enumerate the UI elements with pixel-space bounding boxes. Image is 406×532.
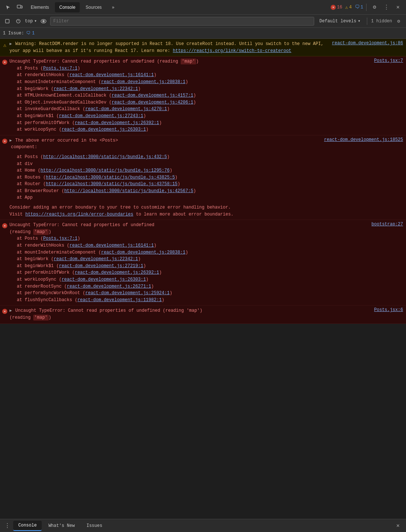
- svg-rect-2: [5, 19, 9, 23]
- error1-link-cc[interactable]: react-dom.development.js:4157:1: [112, 93, 193, 98]
- error2-link-routes[interactable]: http://localhost:3000/static/js/bundle.j…: [46, 175, 175, 180]
- error2-link-br[interactable]: http://localhost:3000/static/js/bundle.j…: [64, 188, 193, 194]
- error3-circle-icon: ✕: [2, 223, 7, 228]
- error1-link-bw1[interactable]: react-dom.development.js:27243:1: [59, 113, 143, 119]
- levels-dropdown[interactable]: Default levels ▾: [316, 17, 363, 25]
- issue-count: 1: [32, 31, 35, 36]
- warn-badge[interactable]: ⚠ 4: [345, 4, 352, 10]
- bottom-close-icon[interactable]: ✕: [393, 521, 403, 531]
- error1-link-puow[interactable]: react-dom.development.js:26392:1: [75, 120, 159, 125]
- error2-link-home[interactable]: http://localhost:3000/static/js/bundle.j…: [41, 168, 170, 173]
- error3-link-fsc[interactable]: react-dom.development.js:11982:1: [78, 297, 162, 303]
- top-bar: Elements Console Sources » ✕ 16 ⚠ 4 🗨 1 …: [0, 0, 406, 15]
- filter-input[interactable]: [50, 17, 314, 26]
- context-selector[interactable]: top ▾: [25, 18, 37, 24]
- error2-link-boundary[interactable]: https://reactjs.org/link/error-boundarie…: [25, 212, 133, 217]
- svg-point-6: [42, 20, 44, 22]
- info-icon: 🗨: [355, 4, 360, 10]
- bottom-tab-console[interactable]: Console: [13, 521, 42, 531]
- error4-message: ▶ Uncaught TypeError: Cannot read proper…: [9, 306, 371, 322]
- hidden-count: 1 hidden: [371, 19, 392, 24]
- tab-sources[interactable]: Sources: [81, 2, 106, 12]
- context-label: top: [25, 19, 33, 24]
- error3-link-rwh[interactable]: react-dom.development.js:16141:1: [69, 243, 154, 248]
- bottom-tab-issues[interactable]: Issues: [81, 521, 107, 531]
- error1-icon-col: ✕: [0, 57, 9, 65]
- expand-arrow[interactable]: ▶: [10, 42, 12, 46]
- error3-link-posts[interactable]: Posts.jsx:7:1: [43, 236, 78, 241]
- svg-rect-1: [21, 6, 22, 8]
- error1-circle-icon: ✕: [2, 60, 7, 65]
- error-icon: ✕: [331, 5, 336, 10]
- log-entry-error3: ✕ Uncaught TypeError: Cannot read proper…: [0, 220, 406, 306]
- error3-link-bw1[interactable]: react-dom.development.js:27219:1: [59, 263, 143, 269]
- badge-group: ✕ 16 ⚠ 4 🗨 1: [331, 4, 363, 10]
- log-entry-error2: ✕ ▶ The above error occurred in the <Pos…: [0, 135, 406, 220]
- close-devtools-icon[interactable]: ✕: [393, 2, 403, 12]
- device-icon[interactable]: [15, 2, 25, 12]
- divider: [366, 4, 366, 11]
- cursor-icon[interactable]: [3, 2, 13, 12]
- settings-gear-icon[interactable]: ⚙: [369, 2, 380, 12]
- execute-icon[interactable]: [3, 17, 12, 26]
- error1-link-mic[interactable]: react-dom.development.js:20838:1: [101, 79, 185, 85]
- issue-badge[interactable]: 🗨 1: [26, 30, 35, 36]
- tab-console[interactable]: Console: [55, 2, 80, 12]
- error3-link-mic[interactable]: react-dom.development.js:20838:1: [101, 250, 185, 255]
- error1-link-bw[interactable]: react-dom.development.js:22342:1: [54, 86, 138, 91]
- error2-link-posts[interactable]: http://localhost:3000/static/js/bundle.j…: [43, 154, 167, 160]
- warning-icon-col: ⚠: [0, 40, 9, 48]
- error3-link-puow[interactable]: react-dom.development.js:26392:1: [75, 270, 159, 275]
- warning-source[interactable]: react-dom.development.js:86: [329, 40, 406, 47]
- chevron-down-icon: ▾: [34, 18, 37, 24]
- error1-link-wls[interactable]: react-dom.development.js:26303:1: [61, 127, 146, 132]
- error3-link-pswr[interactable]: react-dom.development.js:25924:1: [85, 291, 169, 296]
- error-badge[interactable]: ✕ 16: [331, 5, 342, 10]
- error2-circle-icon: ✕: [2, 139, 7, 144]
- error1-link-igcd[interactable]: react-dom.development.js:4206:1: [112, 100, 193, 105]
- error2-link-router[interactable]: http://localhost:3000/static/js/bundle.j…: [46, 181, 177, 187]
- expand-arrow2[interactable]: ▶: [10, 138, 12, 143]
- error1-link-posts[interactable]: Posts.jsx:7:1: [43, 66, 78, 71]
- warning-message: ▶ Warning: ReactDOM.render is no longer …: [9, 40, 329, 55]
- tab-more[interactable]: »: [108, 2, 119, 12]
- tab-elements[interactable]: Elements: [26, 2, 53, 12]
- error1-link-rwh[interactable]: react-dom.development.js:16141:1: [69, 72, 154, 78]
- bottom-more-icon[interactable]: ⋮: [3, 521, 12, 530]
- error3-link-rrs[interactable]: react-dom.development.js:26271:1: [67, 284, 151, 289]
- error1-message: Uncaught TypeError: Cannot read properti…: [9, 57, 371, 134]
- expand-arrow4[interactable]: ▶: [10, 308, 12, 313]
- chevron-down-icon: ▾: [358, 18, 360, 24]
- error2-message: ▶ The above error occurred in the <Posts…: [9, 136, 321, 219]
- log-entry-error1: ✕ Uncaught TypeError: Cannot read proper…: [0, 56, 406, 135]
- console-toolbar: top ▾ Default levels ▾ 1 hidden ⚙: [0, 15, 406, 28]
- console-output[interactable]: ⚠ ▶ Warning: ReactDOM.render is no longe…: [0, 39, 406, 519]
- error2-source[interactable]: react-dom.development.js:18525: [321, 136, 406, 143]
- bottom-bar: ⋮ Console What's New Issues ✕: [0, 519, 406, 532]
- error3-source[interactable]: bootstrap:27: [369, 221, 406, 228]
- stop-icon[interactable]: [14, 17, 23, 26]
- log-entry-warning: ⚠ ▶ Warning: ReactDOM.render is no longe…: [0, 39, 406, 56]
- error4-source[interactable]: Posts.jsx:6: [371, 306, 406, 314]
- error1-link-igc[interactable]: react-dom.development.js:4270:1: [85, 106, 167, 112]
- error4-circle-icon: ✕: [2, 309, 7, 314]
- error1-source[interactable]: Posts.jsx:7: [371, 57, 406, 64]
- issue-chat-icon: 🗨: [26, 30, 31, 36]
- issue-bar: 1 Issue: 🗨 1: [0, 28, 406, 39]
- issue-label: 1 Issue:: [3, 31, 24, 36]
- error3-link-wls[interactable]: react-dom.development.js:26303:1: [61, 277, 146, 282]
- error4-icon-col: ✕: [0, 306, 9, 314]
- info-badge[interactable]: 🗨 1: [355, 4, 363, 10]
- warning-link[interactable]: https://reactjs.org/link/switch-to-creat…: [173, 48, 291, 53]
- bottom-tab-whatsnew[interactable]: What's New: [43, 521, 80, 531]
- error3-icon-col: ✕: [0, 221, 9, 228]
- warn-icon: ⚠: [345, 4, 348, 10]
- hidden-settings-icon[interactable]: ⚙: [394, 17, 403, 26]
- svg-rect-0: [17, 5, 21, 8]
- warning-circle-icon: ⚠: [3, 42, 6, 48]
- error2-icon-col: ✕: [0, 136, 9, 144]
- more-options-icon[interactable]: ⋮: [381, 2, 391, 12]
- error3-link-bw[interactable]: react-dom.development.js:22342:1: [54, 256, 138, 262]
- eye-icon[interactable]: [39, 17, 48, 26]
- error3-message: Uncaught TypeError: Cannot read properti…: [9, 221, 369, 304]
